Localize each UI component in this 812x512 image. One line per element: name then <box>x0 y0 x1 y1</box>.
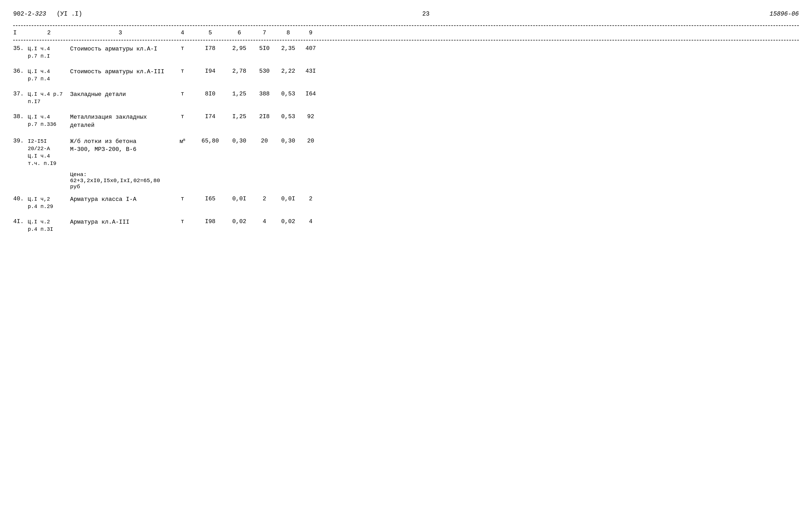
row-col8: 0,53 <box>276 91 300 97</box>
row-reference: Ц.I ч.2 р.4 п.3I <box>28 218 70 233</box>
page-header: 902-2-323 (УI .I) 23 15896-06 <box>13 10 799 18</box>
row-number: 4I. <box>13 218 28 225</box>
row-col6: 2,95 <box>226 45 253 52</box>
row-col6: I,25 <box>226 113 253 120</box>
row-col8: 0,53 <box>276 113 300 120</box>
row-col8: 0,30 <box>276 138 300 144</box>
row-col9: 2 <box>300 195 321 202</box>
row-col5: 8I0 <box>194 91 226 97</box>
row-col7: 2I8 <box>253 113 276 120</box>
row-col6: 2,78 <box>226 68 253 74</box>
table-row: 40.Ц.I ч,2 р.4 п.29Арматура класса I-АтI… <box>13 193 799 213</box>
row-description: Арматура класса I-А <box>70 195 171 204</box>
col-header-4: 4 <box>171 30 194 36</box>
row-unit: т <box>171 113 194 120</box>
row-reference: Ц.I ч.4 р.7 п.I <box>28 45 70 60</box>
row-description: Стоимость арматуры кл.А-III <box>70 68 171 76</box>
table-row: 35.Ц.I ч.4 р.7 п.IСтоимость арматуры кл.… <box>13 42 799 63</box>
row-unit: т <box>171 91 194 97</box>
row-unit: т <box>171 45 194 52</box>
row-unit: т <box>171 195 194 202</box>
row-description: Металлизация закладных деталей <box>70 113 171 130</box>
row-description: Стоимость арматуры кл.А-I <box>70 45 171 53</box>
col-header-8: 8 <box>276 30 300 36</box>
col-header-1: I <box>13 30 28 36</box>
row-col7: 20 <box>253 138 276 144</box>
table-body: 35.Ц.I ч.4 р.7 п.IСтоимость арматуры кл.… <box>13 42 799 238</box>
table-row: 36.Ц.I ч.4 р.7 п.4Стоимость арматуры кл.… <box>13 65 799 85</box>
row-col7: 2 <box>253 195 276 202</box>
page-number: 23 <box>422 10 430 18</box>
price-note: Цена: 62+3,2хI0,I5х0,IхI,02=65,80 руб <box>70 172 171 190</box>
table-row: 38.Ц.I ч.4 р.7 п.336Металлизация закладн… <box>13 111 799 132</box>
table-row: 39.I2-I5I 20/22-А Ц.I ч.4 т.ч. п.I9Ж/б л… <box>13 135 799 170</box>
row-reference: Ц.I ч.4 р.7 п.I7 <box>28 91 70 106</box>
row-col8: 2,22 <box>276 68 300 74</box>
column-headers: I 2 3 4 5 6 7 8 9 <box>13 28 799 38</box>
row-col6: 1,25 <box>226 91 253 97</box>
col-header-5: 5 <box>194 30 226 36</box>
row-unit: мв <box>171 138 194 145</box>
table-row: 37.Ц.I ч.4 р.7 п.I7Закладные деталит8I01… <box>13 88 799 108</box>
row-col6: 0,0I <box>226 195 253 202</box>
row-col9: 43I <box>300 68 321 74</box>
row-col7: 4 <box>253 218 276 225</box>
document-code: 15896-06 <box>770 10 799 18</box>
row-number: 35. <box>13 45 28 52</box>
row-col5: 65,80 <box>194 138 226 144</box>
col-header-2: 2 <box>28 30 70 36</box>
row-col9: I64 <box>300 91 321 97</box>
row-number: 36. <box>13 68 28 74</box>
row-number: 38. <box>13 113 28 120</box>
row-number: 37. <box>13 91 28 97</box>
row-reference: I2-I5I 20/22-А Ц.I ч.4 т.ч. п.I9 <box>28 138 70 167</box>
row-col8: 0,02 <box>276 218 300 225</box>
table-row: 4I.Ц.I ч.2 р.4 п.3IАрматура кл.А-IIIтI98… <box>13 216 799 236</box>
row-col5: I74 <box>194 113 226 120</box>
row-unit: т <box>171 68 194 74</box>
row-col5: I78 <box>194 45 226 52</box>
row-col5: I65 <box>194 195 226 202</box>
row-description: Закладные детали <box>70 91 171 99</box>
row-col5: I98 <box>194 218 226 225</box>
section-label: (УI .I) <box>57 10 82 18</box>
row-col9: 4 <box>300 218 321 225</box>
row-col9: 407 <box>300 45 321 52</box>
row-col6: 0,30 <box>226 138 253 144</box>
row-col6: 0,02 <box>226 218 253 225</box>
row-reference: Ц.I ч.4 р.7 п.4 <box>28 68 70 83</box>
row-col8: 0,0I <box>276 195 300 202</box>
row-col9: 92 <box>300 113 321 120</box>
row-description: Арматура кл.А-III <box>70 218 171 227</box>
row-reference: Ц.I ч,2 р.4 п.29 <box>28 195 70 210</box>
price-note-row: Цена: 62+3,2хI0,I5х0,IхI,02=65,80 руб <box>13 170 799 190</box>
row-col8: 2,35 <box>276 45 300 52</box>
main-table: I 2 3 4 5 6 7 8 9 35.Ц.I ч.4 р.7 п.IСтои… <box>13 25 799 238</box>
header-bottom-border <box>13 40 799 40</box>
row-number: 39. <box>13 138 28 144</box>
col-header-6: 6 <box>226 30 253 36</box>
col-header-9: 9 <box>300 30 321 36</box>
col-header-7: 7 <box>253 30 276 36</box>
row-col7: 388 <box>253 91 276 97</box>
row-col5: I94 <box>194 68 226 74</box>
row-col9: 20 <box>300 138 321 144</box>
row-unit: т <box>171 218 194 225</box>
row-number: 40. <box>13 195 28 202</box>
row-col7: 5I0 <box>253 45 276 52</box>
top-border <box>13 25 799 26</box>
row-col7: 530 <box>253 68 276 74</box>
col-header-3: 3 <box>70 30 171 36</box>
row-description: Ж/б лотки из бетона М-300, МРЗ-200, В-6 <box>70 138 171 154</box>
doc-number: 902-2-323 <box>13 10 46 18</box>
row-reference: Ц.I ч.4 р.7 п.336 <box>28 113 70 128</box>
